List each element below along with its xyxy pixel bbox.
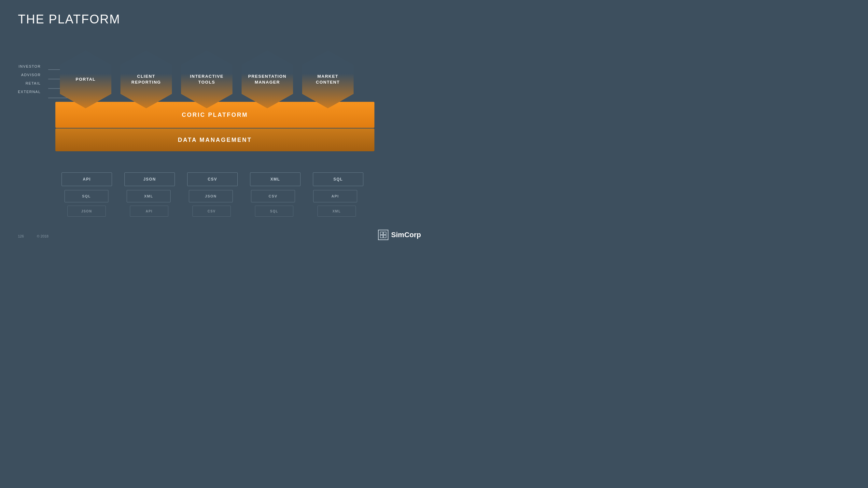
hex-presentation-manager-shape: PRESENTATION MANAGER [242,51,293,108]
copyright: © 2018 [37,234,49,238]
diagram: PORTAL CLIENT REPORTING INTERACTIVE TOOL… [55,51,378,151]
hex-interactive-tools-label: INTERACTIVE TOOLS [187,73,227,85]
hex-presentation-manager-label: PRESENTATION MANAGER [245,73,290,85]
hex-market-content: MARKET CONTENT [299,51,357,108]
platform-bar-label: CORIC PLATFORM [182,111,248,119]
left-labels: INVESTOR ADVISOR RETAIL EXTERNAL [18,64,41,94]
data-bar-label: DATA MANAGEMENT [178,137,252,143]
format-sql-1: SQL [313,172,363,186]
format-rows: API JSON CSV XML SQL SQL XML JSON CSV AP… [55,172,378,217]
data-management-bar: DATA MANAGEMENT [55,129,374,151]
hex-market-content-shape: MARKET CONTENT [302,51,353,108]
svg-rect-10 [383,235,386,238]
format-row-3: JSON API CSV SQL XML [55,206,378,217]
simcorp-icon [378,230,389,240]
format-xml-3: XML [317,206,356,217]
format-api-3: API [130,206,168,217]
label-external: EXTERNAL [18,90,41,94]
format-api-1: API [62,172,112,186]
hex-interactive-tools: INTERACTIVE TOOLS [178,51,236,108]
format-csv-3: CSV [192,206,231,217]
label-investor: INVESTOR [18,64,41,68]
svg-rect-8 [383,232,386,234]
svg-rect-7 [380,232,383,234]
hex-client-reporting-label: CLIENT REPORTING [128,73,164,85]
format-row-1: API JSON CSV XML SQL [55,172,378,186]
page-number: 126 [18,234,24,238]
format-json-3: JSON [67,206,106,217]
hex-portal-shape: PORTAL [60,51,111,108]
format-sql-3: SQL [255,206,293,217]
format-api-2: API [313,190,357,202]
hex-presentation-manager: PRESENTATION MANAGER [238,51,296,108]
hex-row: PORTAL CLIENT REPORTING INTERACTIVE TOOL… [55,51,378,108]
hex-market-content-label: MARKET CONTENT [313,73,343,85]
format-xml-1: XML [250,172,301,186]
simcorp-name: SimCorp [391,231,421,239]
hex-portal-label: PORTAL [72,76,99,82]
svg-rect-9 [380,235,383,238]
format-row-2: SQL XML JSON CSV API [55,190,378,202]
format-xml-2: XML [127,190,170,202]
format-json-2: JSON [189,190,233,202]
simcorp-logo-icon [380,231,387,238]
label-retail: RETAIL [18,82,41,85]
hex-portal: PORTAL [57,51,115,108]
hex-client-reporting-shape: CLIENT REPORTING [121,51,172,108]
hex-client-reporting: CLIENT REPORTING [117,51,175,108]
format-csv-1: CSV [187,172,238,186]
hex-interactive-tools-shape: INTERACTIVE TOOLS [181,51,232,108]
simcorp-logo: SimCorp [378,230,421,240]
page-title: THE PLATFORM [18,12,121,26]
format-csv-2: CSV [251,190,295,202]
format-json-1: JSON [124,172,175,186]
label-advisor: ADVISOR [18,73,41,77]
footer: 126 © 2018 [18,234,49,238]
format-sql-2: SQL [64,190,108,202]
